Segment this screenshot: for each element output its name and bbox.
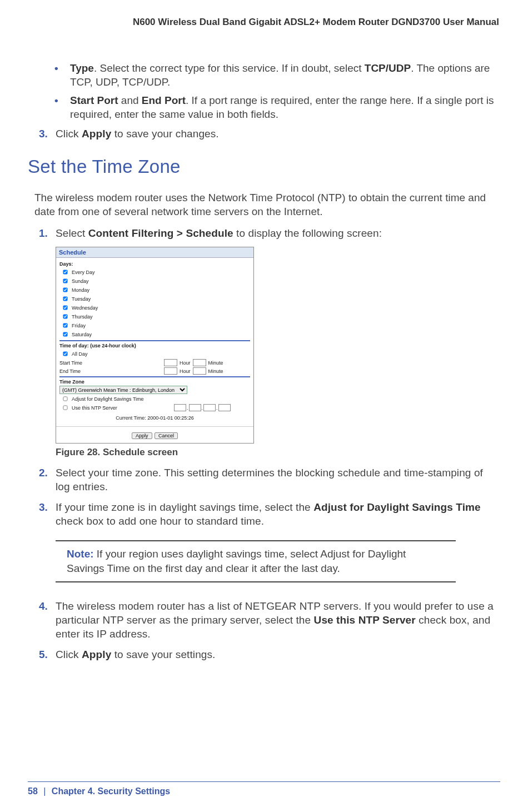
- note-box: Note: If your region uses daylight savin…: [56, 540, 456, 582]
- bold-apply: Apply: [82, 128, 111, 140]
- bold-menu-path: Content Filtering > Schedule: [88, 227, 233, 239]
- ntp-row: Use this NTP Server ...: [59, 403, 250, 412]
- checkbox-use-ntp[interactable]: [63, 405, 67, 410]
- hour-label: Hour: [180, 360, 191, 366]
- ip-octet-3[interactable]: [203, 404, 216, 411]
- current-time: Current Time: 2000-01-01 00:25:26: [59, 415, 250, 421]
- step-number: 1.: [39, 226, 56, 240]
- bullet-item-type: • Type. Select the correct type for this…: [54, 61, 496, 89]
- bullet-text: Type. Select the correct type for this s…: [70, 61, 496, 89]
- step-number: 3.: [39, 500, 56, 528]
- checkbox-friday[interactable]: [63, 323, 67, 327]
- text: Select: [56, 227, 88, 239]
- start-minute-input[interactable]: [193, 359, 206, 366]
- checkbox-sunday[interactable]: [63, 278, 67, 283]
- bullet-marker: •: [54, 93, 70, 121]
- end-hour-input[interactable]: [164, 367, 177, 375]
- cancel-button[interactable]: Cancel: [155, 432, 178, 439]
- day-row: Sunday: [59, 277, 250, 285]
- ip-octet-1[interactable]: [174, 404, 186, 411]
- figure-caption: Figure 28. Schedule screen: [56, 447, 496, 458]
- note-body: If your region uses daylight savings tim…: [67, 548, 406, 574]
- day-label: Sunday: [72, 278, 89, 284]
- minute-label: Minute: [208, 368, 223, 374]
- text: to save your settings.: [111, 649, 215, 660]
- step-number: 4.: [39, 599, 56, 641]
- hour-label: Hour: [180, 368, 191, 374]
- checkbox-wednesday[interactable]: [63, 305, 67, 310]
- page-number: 58: [28, 786, 38, 796]
- figure-28: Schedule Days: Every Day Sunday Monday T…: [56, 247, 496, 458]
- checkbox-adjust-dst[interactable]: [63, 396, 67, 401]
- day-label: Wednesday: [72, 305, 98, 311]
- step-number: 3.: [39, 127, 56, 141]
- day-row: Every Day: [59, 268, 250, 276]
- day-label: Tuesday: [72, 296, 91, 302]
- day-row: Thursday: [59, 312, 250, 321]
- start-time-row: Start Time Hour Minute: [59, 359, 250, 366]
- end-time-row: End Time Hour Minute: [59, 367, 250, 375]
- text: . Select the correct type for this servi…: [94, 62, 365, 74]
- tod-label: Time of day: (use 24-hour clock): [59, 343, 250, 348]
- day-row: Wednesday: [59, 303, 250, 312]
- day-row: Monday: [59, 286, 250, 294]
- note-label: Note:: [67, 548, 94, 560]
- bullet-marker: •: [54, 61, 70, 89]
- step-text: If your time zone is in daylight savings…: [56, 500, 496, 528]
- checkbox-saturday[interactable]: [63, 332, 67, 336]
- page: N600 Wireless Dual Band Gigabit ADSL2+ M…: [0, 0, 528, 812]
- minute-label: Minute: [208, 360, 223, 366]
- checkbox-monday[interactable]: [63, 287, 67, 292]
- text: Click: [56, 649, 82, 660]
- checkbox-everyday[interactable]: [63, 270, 67, 274]
- ip-octet-4[interactable]: [218, 404, 231, 411]
- step-text: Click Apply to save your changes.: [56, 127, 219, 141]
- day-label: Monday: [72, 287, 89, 293]
- start-hour-input[interactable]: [164, 359, 177, 366]
- manual-title: N600 Wireless Dual Band Gigabit ADSL2+ M…: [28, 17, 500, 28]
- chapter-label: Chapter 4. Security Settings: [52, 786, 170, 796]
- intro-paragraph: The wireless modem router uses the Netwo…: [34, 191, 496, 218]
- checkbox-allday[interactable]: [63, 351, 67, 356]
- bullet-text: Start Port and End Port. If a port range…: [70, 93, 496, 121]
- ip-octet-2[interactable]: [189, 404, 201, 411]
- bold-endport: End Port: [142, 94, 186, 106]
- day-label: Friday: [72, 323, 86, 328]
- day-row: Tuesday: [59, 295, 250, 303]
- day-label: Thursday: [72, 314, 93, 320]
- ntp-label: Use this NTP Server: [72, 405, 172, 411]
- end-minute-input[interactable]: [193, 367, 206, 375]
- allday-row: All Day: [59, 350, 250, 358]
- adjust-row: Adjust for Daylight Savings Time: [59, 395, 250, 403]
- end-time-label: End Time: [59, 368, 115, 374]
- step-text: Select your time zone. This setting dete…: [56, 466, 496, 494]
- text: to save your changes.: [111, 128, 218, 140]
- start-time-label: Start Time: [59, 360, 115, 366]
- step-1: 1. Select Content Filtering > Schedule t…: [39, 226, 496, 240]
- day-row: Saturday: [59, 330, 250, 338]
- text: Click: [56, 128, 82, 140]
- page-footer: 58 | Chapter 4. Security Settings: [28, 781, 500, 796]
- bold-adjust-dst: Adjust for Daylight Savings Time: [313, 501, 481, 513]
- step-text: The wireless modem router has a list of …: [56, 599, 496, 641]
- schedule-screenshot: Schedule Days: Every Day Sunday Monday T…: [56, 247, 254, 444]
- bold-use-ntp: Use this NTP Server: [314, 614, 416, 626]
- bold-apply: Apply: [82, 649, 111, 660]
- tz-select[interactable]: (GMT) Greenwich Mean Time : Edinburgh, L…: [59, 386, 187, 394]
- section-heading-timezone: Set the Time Zone: [28, 156, 496, 177]
- allday-label: All Day: [72, 351, 88, 357]
- screenshot-title: Schedule: [56, 247, 253, 258]
- day-label: Saturday: [72, 332, 92, 337]
- footer-separator: |: [40, 786, 49, 796]
- text: and: [118, 94, 142, 106]
- apply-button[interactable]: Apply: [132, 432, 152, 439]
- divider: [59, 340, 250, 341]
- checkbox-thursday[interactable]: [63, 314, 67, 318]
- text: check box to add one hour to standard ti…: [56, 515, 264, 527]
- content-area: • Type. Select the correct type for this…: [28, 61, 500, 661]
- bullet-item-ports: • Start Port and End Port. If a port ran…: [54, 93, 496, 121]
- step-3-top: 3. Click Apply to save your changes.: [39, 127, 496, 141]
- bold-type: Type: [70, 62, 94, 74]
- text: to display the following screen:: [233, 227, 382, 239]
- checkbox-tuesday[interactable]: [63, 296, 67, 301]
